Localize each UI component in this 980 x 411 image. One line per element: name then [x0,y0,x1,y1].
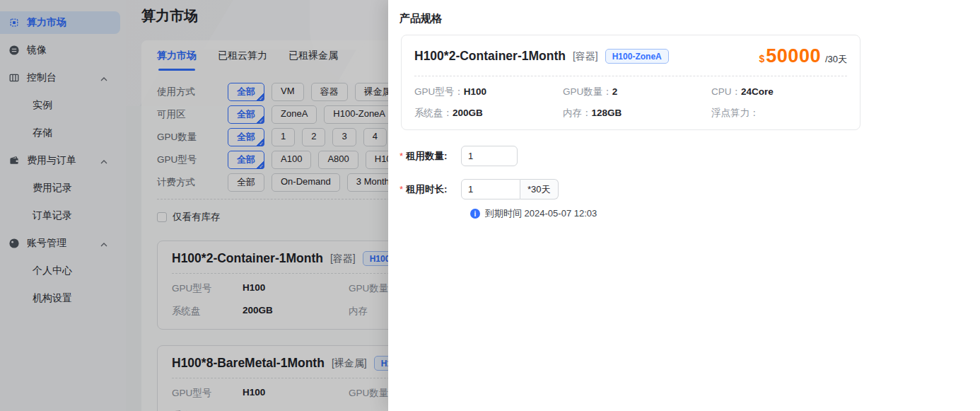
expire-note-text: 到期时间 2024-05-07 12:03 [485,207,597,220]
spec-cell: GPU数量：2 [563,86,711,98]
divider [414,76,847,76]
spec-cell: 内存：128GB [563,107,711,120]
required-asterisk: * [399,184,403,195]
expire-note: i 到期时间 2024-05-07 12:03 [470,207,980,220]
product-type-tag: [容器] [573,50,598,63]
price-block: $ 50000 /30天 [759,45,847,67]
price-amount: 50000 [766,45,821,67]
zone-badge: H100-ZoneA [605,49,669,64]
product-title: H100*2-Container-1Month [414,49,566,64]
rent-duration-row: * 租用时长: *30天 [399,179,980,199]
info-icon: i [470,209,480,219]
spec-card: H100*2-Container-1Month [容器] H100-ZoneA … [401,35,861,130]
spec-cell: GPU型号：H100 [414,86,563,98]
product-spec-drawer: 产品规格 H100*2-Container-1Month [容器] H100-Z… [388,0,980,411]
field-label: 租用时长: [406,183,461,196]
currency-symbol: $ [759,53,765,64]
field-label: 租用数量: [406,150,461,163]
required-asterisk: * [399,151,403,161]
rent-form: * 租用数量: * 租用时长: *30天 i 到期时间 2024-05-07 1… [399,146,980,220]
spec-cell: 系统盘：200GB [414,107,563,120]
rent-quantity-row: * 租用数量: [399,146,980,166]
price-unit: /30天 [825,53,847,66]
spec-cell: CPU：24Core [711,86,860,98]
spec-grid: GPU型号：H100 GPU数量：2 CPU：24Core 系统盘：200GB … [414,86,847,120]
app-screen: 算力市场 镜像 控制台 实例 存储 费用与订单 [0,0,980,411]
duration-unit-addon: *30天 [520,179,559,199]
drawer-title: 产品规格 [399,12,980,25]
spec-cell: 浮点算力： [711,107,860,120]
rent-quantity-input[interactable] [461,146,518,166]
rent-duration-input[interactable] [461,179,520,199]
